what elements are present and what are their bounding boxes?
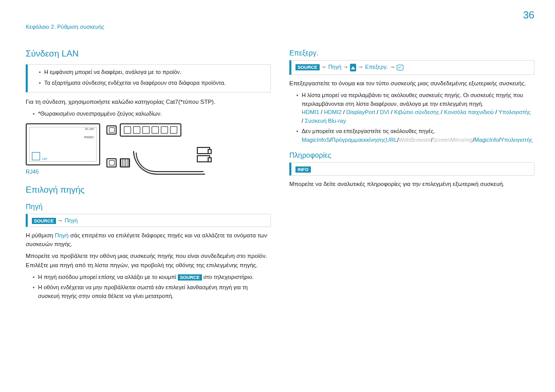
edit-noedit-item: Δεν μπορείτε να επεξεργαστείτε τις ακόλο… [297,127,534,144]
left-column: Σύνδεση LAN Η εμφάνιση μπορεί να διαφέρε… [26,49,271,302]
up-arrow-icon [350,64,356,71]
switch-row [106,123,205,137]
switch-icon [120,123,181,137]
lan-desc: Για τη σύνδεση, χρησιμοποιήστε καλώδιο κ… [26,98,271,106]
lan-diagram: DC 24V RS232C LAN RJ45 [26,123,271,175]
rj45-connector-icon [197,147,210,154]
info-badge: INFO [295,166,311,173]
source-note-item: Η πηγή εισόδου μπορεί επίσης να αλλάξει … [33,273,271,282]
lan-note: Η εμφάνιση μπορεί να διαφέρει, ανάλογα μ… [26,64,271,92]
source-nav: SOURCE → Πηγή [26,214,271,227]
rj45-connector-icon [197,155,210,162]
monitor-icon: DC 24V RS232C LAN [26,123,100,165]
source-link: Πηγή [65,217,78,223]
lan-title: Σύνδεση LAN [26,49,271,59]
enter-icon: ↵ [397,65,403,70]
rj45-label: RJ45 [26,169,39,175]
diagram-monitor-group: DC 24V RS232C LAN RJ45 [26,123,100,175]
lan-note-item: Η εμφάνιση μπορεί να διαφέρει, ανάλογα μ… [39,68,266,77]
ethernet-port-icon [106,158,117,167]
ethernet-plug-icon [120,158,130,167]
info-desc: Μπορείτε να δείτε αναλυτικές πληροφορίες… [289,180,534,189]
source-subtitle: Πηγή [26,202,271,211]
source-note-item: Η οθόνη ενδέχεται να μην προβάλλεται σωσ… [33,283,271,300]
cable-icon [133,151,205,175]
source-select-section: Επιλογή πηγής Πηγή SOURCE → Πηγή Η ρύθμι… [26,185,271,301]
lan-note-item: Τα εξαρτήματα σύνδεσης ενδέχεται να διαφ… [39,79,266,87]
edit-desc: Επεξεργαστείτε το όνομα και τον τύπο συσ… [289,79,534,88]
diagram-switch-group [106,123,205,175]
source-desc2: Μπορείτε να προβάλετε την οθόνη μιας συσ… [26,252,271,270]
source-select-title: Επιλογή πηγής [26,185,271,195]
cable-row [106,151,205,175]
lan-port-icon [32,152,40,160]
right-column: Επεξεργ. SOURCE → Πηγή → → Επεξεργ. → ↵ … [289,49,534,302]
page-number: 36 [523,9,534,21]
info-nav: INFO [289,162,534,176]
source-badge: SOURCE [295,64,320,70]
info-title: Πληροφορίες [289,151,534,159]
content-columns: Σύνδεση LAN Η εμφάνιση μπορεί να διαφέρε… [26,49,534,302]
source-desc: Η ρύθμιση Πηγή σάς επιτρέπει να επιλέγετ… [26,231,271,249]
edit-nav: SOURCE → Πηγή → → Επεξεργ. → ↵ [289,60,534,75]
breadcrumb: Κεφάλαιο 2. Ρύθμιση συσκευής [26,24,104,30]
ethernet-port-icon [106,125,117,135]
lan-desc-item: *Θωρακισμένο συνεστραμμένο ζεύγος καλωδί… [33,109,271,118]
edit-title: Επεξεργ. [289,49,534,57]
source-badge: SOURCE [32,218,56,224]
edit-sources-item: Η λίστα μπορεί να περιλαμβάνει τις ακόλο… [297,91,534,125]
